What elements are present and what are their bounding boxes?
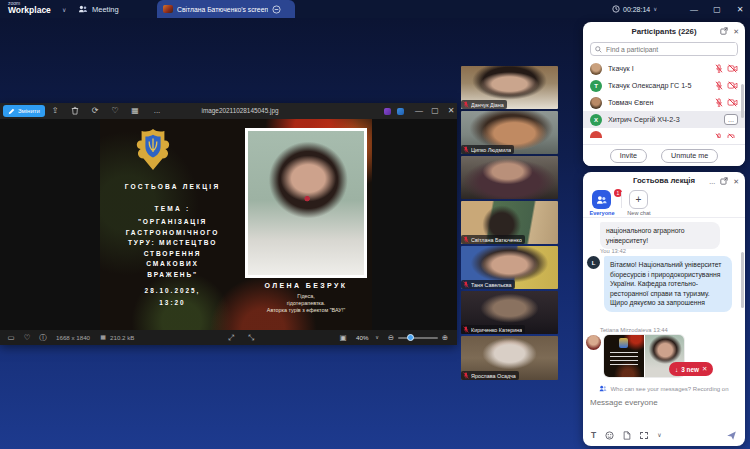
participant-row-partial[interactable] (583, 128, 745, 138)
video-off-icon (727, 64, 738, 73)
screen-thumbnail-icon (163, 5, 173, 13)
collections-icon[interactable]: ▭ (6, 333, 16, 342)
zoom-level-value[interactable]: 40% (356, 334, 368, 341)
more-icon[interactable]: ... (709, 178, 715, 185)
pop-out-icon[interactable] (720, 177, 728, 185)
new-chat-button[interactable]: + (629, 190, 648, 209)
tab-meeting[interactable]: Meeting (78, 0, 119, 18)
favorite-icon[interactable]: ♡ (22, 333, 32, 342)
file-icon[interactable] (623, 431, 631, 440)
video-tile[interactable]: Світлана Батюченко (461, 201, 558, 244)
mic-off-icon (463, 101, 469, 108)
titlebar: zoom Workplace ∨ Meeting Світлана Батюче… (0, 0, 750, 18)
participant-row[interactable]: Товмач Євген (583, 94, 745, 111)
pop-out-icon[interactable] (720, 27, 728, 35)
unmute-me-button[interactable]: Unmute me (661, 149, 718, 163)
disconnect-tab-icon[interactable] (272, 5, 281, 14)
photos-viewer-window: Змінити ⇪ ⟳ ♡ ▦ ... image20211028145045.… (0, 103, 457, 345)
rotate-icon[interactable]: ⟳ (90, 106, 100, 116)
close-button[interactable]: ✕ (730, 0, 750, 18)
share-icon[interactable]: ⇪ (50, 106, 60, 116)
participant-row[interactable]: Ткачук І (583, 60, 745, 77)
new-messages-count: 3 new (681, 366, 699, 373)
emoji-icon[interactable] (605, 431, 614, 440)
participants-header: Participants (226) ✕ (583, 22, 745, 40)
scrollbar[interactable] (741, 252, 744, 308)
participant-row-selected[interactable]: X Хитрич Сергій ХЧ-2-3 ... (583, 111, 745, 128)
participant-search[interactable] (590, 42, 738, 56)
chevron-down-icon[interactable]: ∨ (62, 6, 66, 13)
speaker-photo (245, 128, 367, 278)
participant-name: Ципко Людмила (471, 147, 511, 153)
chevron-down-icon[interactable]: ∨ (372, 333, 382, 342)
maximize-button[interactable]: ▢ (707, 0, 727, 18)
video-tile-nameplate: Кириченко Катерина (461, 325, 525, 334)
tab-everyone[interactable]: 1 (592, 190, 611, 209)
speaker-name: ОЛЕНА БЕЗРУК (240, 282, 372, 289)
participant-name: Товмач Євген (608, 98, 715, 107)
delete-icon[interactable] (70, 106, 80, 116)
app-icon-purple[interactable] (384, 108, 391, 115)
minimize-button[interactable]: — (684, 0, 704, 18)
viewer-close-icon[interactable]: ✕ (446, 106, 456, 116)
zoom-in-icon[interactable]: ⊕ (440, 333, 450, 342)
filmstrip-icon[interactable]: ▦ (130, 106, 140, 116)
chevron-down-icon[interactable]: ∨ (657, 432, 661, 438)
close-icon[interactable]: ✕ (733, 28, 739, 35)
file-size: 210.2 kB (110, 334, 134, 341)
video-tile[interactable]: Кириченко Катерина (461, 291, 558, 334)
frame-icon[interactable]: ▣ (338, 333, 348, 342)
attachment-text-lines (610, 352, 639, 368)
poster-title-line: ТУРУ: МИСТЕЦТВО (100, 238, 245, 249)
zoom-workplace-window: zoom Workplace ∨ Meeting Світлана Батюче… (0, 0, 750, 449)
zoom-slider[interactable] (398, 337, 438, 339)
mic-off-icon (715, 133, 723, 139)
chat-tabs: 1 Everyone + New chat (583, 188, 745, 218)
actual-size-icon[interactable]: ⤡ (246, 333, 256, 342)
message-input[interactable] (590, 398, 730, 407)
video-tile[interactable]: Таня Савельєва (461, 246, 558, 289)
chat-header: Гостьова лекція ... ✕ (583, 172, 745, 188)
video-tile[interactable] (461, 156, 558, 199)
viewer-toolbar: Змінити ⇪ ⟳ ♡ ▦ ... image20211028145045.… (0, 103, 457, 119)
participants-title: Participants (226) (632, 27, 697, 36)
meeting-timer[interactable]: 00:28:14 ∨ (612, 0, 657, 18)
close-icon[interactable]: ✕ (733, 178, 739, 185)
edit-image-button[interactable]: Змінити (3, 105, 45, 117)
tab-shared-screen-label: Світлана Батюченко's screen (177, 6, 268, 13)
video-tile[interactable]: Данчук Діана (461, 66, 558, 109)
zoom-out-icon[interactable]: ⊖ (386, 333, 396, 342)
screenshot-icon[interactable] (640, 432, 648, 439)
app-icon-blue[interactable] (397, 108, 404, 115)
new-messages-button[interactable]: ↓ 3 new ✕ (669, 362, 713, 376)
avatar: X (590, 114, 602, 126)
privacy-note-row[interactable]: Who can see your messages? Recording on (583, 385, 745, 392)
poster-tema-label: ТЕМА : (100, 205, 245, 212)
close-icon[interactable]: ✕ (702, 365, 707, 373)
participant-more-button[interactable]: ... (724, 114, 738, 125)
video-tile[interactable]: Ярослава Осадча (461, 336, 558, 380)
speaker-role-line: Гідеса, (240, 293, 372, 300)
info-icon[interactable]: ⓘ (38, 333, 48, 342)
zoom-workplace-logo[interactable]: zoom Workplace (8, 1, 51, 15)
fit-to-window-icon[interactable]: ⤢ (226, 333, 236, 342)
scrollbar[interactable] (741, 84, 744, 118)
viewer-minimize-icon[interactable]: — (414, 106, 424, 116)
video-tile[interactable]: Ципко Людмила (461, 111, 558, 154)
invite-button[interactable]: Invite (610, 149, 647, 163)
tab-shared-screen[interactable]: Світлана Батюченко's screen (157, 0, 295, 18)
participant-row[interactable]: T Ткачук Олександр ГС 1-5 (583, 77, 745, 94)
format-text-icon[interactable]: T (591, 431, 596, 440)
image-dimensions: 1668 x 1840 (56, 334, 90, 341)
speaker-role: Гідеса, гідотерапевтка. Авторка турів з … (240, 293, 372, 314)
video-tile-nameplate: Ципко Людмила (461, 145, 514, 154)
send-icon[interactable] (726, 430, 737, 441)
search-input[interactable] (606, 43, 736, 55)
arrow-down-icon: ↓ (675, 366, 678, 373)
attachment-emblem (619, 338, 628, 348)
zoom-slider-handle[interactable] (407, 334, 414, 341)
mic-off-icon (463, 281, 469, 288)
viewer-maximize-icon[interactable]: ▢ (430, 106, 440, 116)
favorite-icon[interactable]: ♡ (110, 106, 120, 116)
university-emblem-icon (134, 127, 172, 173)
